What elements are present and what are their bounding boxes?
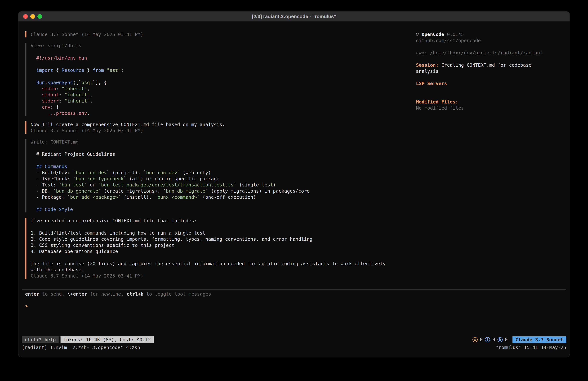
- text-line: Claude 3.7 Sonnet (14 May 2025 03:41 PM): [31, 273, 416, 279]
- text-line: Bun.spawnSync([`psql`], {: [31, 79, 416, 86]
- text-line: [31, 200, 416, 206]
- text-line: - Build/Dev: `bun run dev` (project), `b…: [31, 170, 416, 176]
- tool-call-view: View: script/db.ts #!/usr/bin/env bun im…: [25, 43, 416, 116]
- text-line: - Package: `bun add <package>` (install)…: [31, 194, 416, 200]
- status-bar: ctrl+? help Tokens: 16.4K (8%), Cost: $0…: [18, 336, 570, 343]
- text-line: Modified Files:: [416, 99, 565, 105]
- text-line: [416, 44, 565, 50]
- text-line: 3. CSS styling conventions specific to t…: [31, 242, 416, 248]
- text-line: stderr: "inherit",: [31, 98, 416, 104]
- text-line: Now I'll create a comprehensive CONTEXT.…: [31, 121, 416, 128]
- text-line: [31, 224, 416, 230]
- text-line: cwd: /home/thdxr/dev/projects/radiant/ra…: [416, 50, 565, 56]
- editor-area: enter to send, \+enter for newline, ctrl…: [18, 289, 570, 309]
- text-line: Session: Creating CONTEXT.md for codebas…: [416, 62, 565, 68]
- help-badge: ctrl+? help: [22, 336, 59, 343]
- session-sidebar: © OpenCode 0.0.45github.com/sst/opencode…: [416, 31, 570, 279]
- text-line: stdout: "inherit",: [31, 92, 416, 98]
- prompt-input[interactable]: >: [25, 303, 570, 309]
- keybind-hints: enter to send, \+enter for newline, ctrl…: [25, 291, 570, 297]
- text-line: - Test: `bun test` or `bun test packages…: [31, 182, 416, 188]
- text-line: [416, 56, 565, 62]
- text-line: Claude 3.7 Sonnet (14 May 2025 03:41 PM): [31, 128, 416, 134]
- text-line: stdin: "inherit",: [31, 86, 416, 92]
- main-columns: Claude 3.7 Sonnet (14 May 2025 03:41 PM)…: [18, 22, 570, 279]
- text-line: # Radiant Project Guidelines: [31, 151, 416, 157]
- terminal-content: Claude 3.7 Sonnet (14 May 2025 03:41 PM)…: [18, 22, 570, 357]
- diagnostics: w0i0h0: [472, 336, 508, 343]
- minimize-button[interactable]: [30, 14, 35, 19]
- text-line: 1. Build/lint/test commands including ho…: [31, 230, 416, 236]
- window-titlebar: [2/3] radiant:3:opencode - "romulus": [18, 12, 570, 22]
- text-line: [416, 74, 565, 80]
- terminal-empty-space: [18, 309, 570, 336]
- text-line: [31, 73, 416, 79]
- hint-count-icon: h: [498, 337, 503, 342]
- prompt-caret: >: [25, 303, 28, 309]
- text-line: - DB: `bun db generate` (create migratio…: [31, 188, 416, 194]
- text-line: [31, 49, 416, 55]
- text-line: I've created a comprehensive CONTEXT.md …: [31, 218, 416, 224]
- text-line: ## Commands: [31, 163, 416, 170]
- text-line: github.com/sst/opencode: [416, 37, 565, 44]
- text-line: #!/usr/bin/env bun: [31, 55, 416, 61]
- model-badge[interactable]: Claude 3.7 Sonnet: [512, 336, 566, 343]
- text-line: No modified files: [416, 105, 565, 111]
- text-line: enter to send, \+enter for newline, ctrl…: [25, 291, 570, 297]
- text-line: import { Resource } from "sst";: [31, 67, 416, 73]
- text-line: [31, 157, 416, 163]
- text-line: - TypeCheck: `bun run typecheck` (all) o…: [31, 176, 416, 182]
- text-line: LSP Servers: [416, 80, 565, 87]
- text-line: ## Code Style: [31, 206, 416, 212]
- tokens-cost-badge: Tokens: 16.4K (8%), Cost: $0.12: [61, 336, 154, 343]
- text-line: ...process.env,: [31, 110, 416, 116]
- hint-count: 0: [505, 336, 508, 343]
- text-line: Claude 3.7 Sonnet (14 May 2025 03:41 PM): [31, 31, 416, 37]
- text-line: env: {: [31, 104, 416, 110]
- text-line: 4. Database operations guidance: [31, 248, 416, 254]
- info-count: 0: [492, 336, 495, 343]
- zoom-button[interactable]: [38, 14, 42, 19]
- text-line: [31, 61, 416, 67]
- tool-call-write: Write: CONTEXT.md # Radiant Project Guid…: [25, 139, 416, 212]
- text-line: [31, 145, 416, 151]
- tmux-window-list[interactable]: [radiant] 1:nvim 2:zsh- 3:opencode* 4:zs…: [22, 344, 140, 351]
- assistant-message: Now I'll create a comprehensive CONTEXT.…: [25, 121, 416, 134]
- text-line: [416, 93, 565, 99]
- text-line: analysis: [416, 68, 565, 74]
- warning-count: 0: [480, 336, 483, 343]
- text-line: © OpenCode 0.0.45: [416, 31, 565, 37]
- traffic-lights: [18, 14, 42, 19]
- text-line: [31, 254, 416, 261]
- window-title: [2/3] radiant:3:opencode - "romulus": [18, 14, 570, 19]
- text-line: with this codebase.: [31, 267, 416, 273]
- text-line: 2. Code style guidelines covering import…: [31, 236, 416, 242]
- text-line: [416, 87, 565, 93]
- tmux-session-info: "romulus" 15:41 14-May-25: [496, 344, 566, 351]
- editor-divider: [22, 289, 566, 290]
- terminal-window: [2/3] radiant:3:opencode - "romulus" Cla…: [18, 11, 570, 357]
- assistant-header: Claude 3.7 Sonnet (14 May 2025 03:41 PM): [25, 31, 416, 37]
- close-button[interactable]: [23, 14, 28, 19]
- text-line: View: script/db.ts: [31, 43, 416, 49]
- text-line: The file is concise (20 lines) and captu…: [31, 261, 416, 267]
- assistant-message: I've created a comprehensive CONTEXT.md …: [25, 218, 416, 279]
- chat-log: Claude 3.7 Sonnet (14 May 2025 03:41 PM)…: [18, 31, 416, 279]
- tmux-statusline: [radiant] 1:nvim 2:zsh- 3:opencode* 4:zs…: [18, 343, 570, 351]
- warning-count-icon: w: [472, 337, 478, 342]
- text-line: Write: CONTEXT.md: [31, 139, 416, 145]
- info-count-icon: i: [485, 337, 490, 342]
